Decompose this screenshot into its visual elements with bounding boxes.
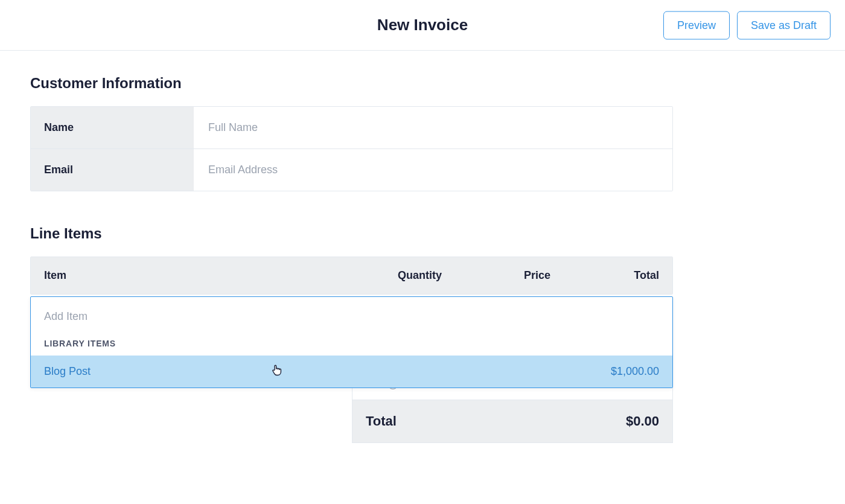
name-label: Name bbox=[31, 107, 194, 148]
library-item-blog-post[interactable]: Blog Post $1,000.00 bbox=[31, 356, 672, 388]
library-item-price: $1,000.00 bbox=[611, 365, 659, 378]
page-title: New Invoice bbox=[377, 16, 468, 34]
library-item-name: Blog Post bbox=[44, 365, 91, 378]
main-content: Customer Information Name Email Line Ite… bbox=[0, 51, 845, 319]
cursor-pointer-icon bbox=[271, 364, 282, 379]
total-row: Total $0.00 bbox=[352, 400, 672, 442]
total-label: Total bbox=[366, 413, 397, 429]
email-input[interactable] bbox=[194, 149, 672, 191]
add-item-input[interactable]: Add Item bbox=[31, 297, 672, 339]
customer-info-table: Name Email bbox=[30, 106, 673, 191]
library-items-heading: LIBRARY ITEMS bbox=[31, 339, 672, 356]
header-actions: Preview Save as Draft bbox=[663, 11, 831, 39]
save-draft-button[interactable]: Save as Draft bbox=[737, 11, 831, 39]
total-value: $0.00 bbox=[626, 413, 659, 429]
line-items-table: Item Quantity Price Total Add Item LIBRA… bbox=[30, 257, 673, 295]
email-label: Email bbox=[31, 149, 194, 191]
preview-button[interactable]: Preview bbox=[663, 11, 730, 39]
line-items-wrap: Item Quantity Price Total Add Item LIBRA… bbox=[30, 257, 673, 295]
add-item-dropdown: Add Item LIBRARY ITEMS Blog Post $1,000.… bbox=[30, 296, 673, 388]
line-items-heading: Line Items bbox=[30, 225, 815, 242]
line-items-header-row: Item Quantity Price Total bbox=[31, 257, 672, 294]
col-quantity: Quantity bbox=[333, 269, 442, 282]
col-item: Item bbox=[44, 269, 333, 282]
name-input-cell bbox=[194, 107, 672, 148]
email-input-cell bbox=[194, 149, 672, 191]
customer-info-heading: Customer Information bbox=[30, 75, 815, 92]
col-total: Total bbox=[550, 269, 659, 282]
col-price: Price bbox=[442, 269, 550, 282]
page-header: New Invoice Preview Save as Draft bbox=[0, 0, 845, 51]
customer-row-email: Email bbox=[31, 148, 672, 191]
customer-row-name: Name bbox=[31, 107, 672, 148]
name-input[interactable] bbox=[194, 107, 672, 148]
